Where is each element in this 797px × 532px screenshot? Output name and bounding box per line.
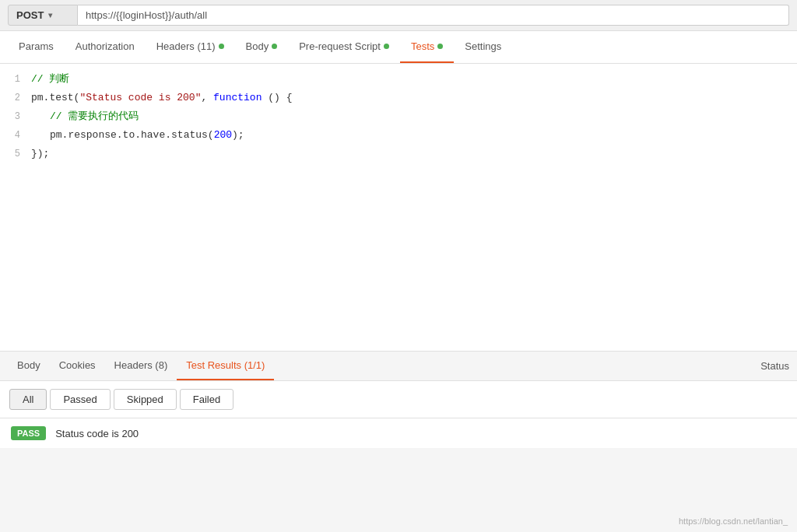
tab-params[interactable]: Params	[8, 31, 65, 63]
bottom-tab-headers-label: Headers (8)	[114, 359, 168, 371]
tests-dot-icon	[437, 44, 443, 49]
bottom-tabs: Body Cookies Headers (8) Test Results (1…	[0, 352, 797, 381]
url-input[interactable]	[78, 5, 789, 26]
filter-failed-button[interactable]: Failed	[180, 389, 233, 410]
filter-row: All Passed Skipped Failed	[0, 381, 797, 418]
code-content: pm.response.to.have.status(200);	[31, 127, 797, 144]
bottom-tab-test-results-label: Test Results (1/1)	[186, 359, 265, 371]
tab-tests[interactable]: Tests	[400, 31, 454, 63]
tab-headers[interactable]: Headers (11)	[146, 31, 235, 63]
footer-watermark: https://blog.csdn.net/lantian_	[679, 516, 788, 526]
tab-tests-label: Tests	[411, 40, 434, 52]
chevron-down-icon: ▾	[48, 11, 52, 19]
line-number: 3	[0, 108, 31, 125]
method-label: POST	[16, 9, 44, 21]
test-result-description: Status code is 200	[55, 428, 139, 439]
code-line: 4 pm.response.to.have.status(200);	[0, 126, 797, 145]
filter-passed-button[interactable]: Passed	[50, 389, 110, 410]
line-number: 1	[0, 71, 31, 88]
body-dot-icon	[272, 44, 277, 49]
top-tabs: Params Authorization Headers (11) Body P…	[0, 31, 797, 64]
tab-body[interactable]: Body	[235, 31, 289, 63]
code-content: // 判断	[31, 71, 797, 88]
filter-skipped-button[interactable]: Skipped	[114, 389, 177, 410]
code-line: 5 });	[0, 145, 797, 163]
bottom-tab-cookies[interactable]: Cookies	[50, 352, 105, 380]
code-line: 1 // 判断	[0, 70, 797, 89]
bottom-tab-body[interactable]: Body	[8, 352, 50, 380]
bottom-tab-headers[interactable]: Headers (8)	[105, 352, 177, 380]
tab-authorization-label: Authorization	[75, 40, 135, 52]
prerequest-dot-icon	[384, 44, 389, 49]
pass-badge: PASS	[11, 426, 46, 440]
tab-body-label: Body	[246, 40, 269, 52]
code-line: 2 pm.test("Status code is 200", function…	[0, 89, 797, 107]
bottom-panel: Body Cookies Headers (8) Test Results (1…	[0, 352, 797, 448]
filter-all-button[interactable]: All	[9, 389, 47, 410]
bottom-tab-body-label: Body	[17, 359, 40, 371]
code-content: });	[31, 145, 797, 163]
bottom-tab-cookies-label: Cookies	[59, 359, 96, 371]
line-number: 5	[0, 145, 31, 163]
url-bar: POST ▾	[0, 0, 797, 31]
method-selector[interactable]: POST ▾	[8, 5, 78, 26]
code-editor[interactable]: 1 // 判断 2 pm.test("Status code is 200", …	[0, 64, 797, 352]
tab-authorization[interactable]: Authorization	[65, 31, 146, 63]
code-line: 3 // 需要执行的代码	[0, 107, 797, 126]
tab-settings-label: Settings	[465, 40, 501, 52]
line-number: 2	[0, 89, 31, 107]
tab-prerequest-label: Pre-request Script	[299, 40, 381, 52]
headers-dot-icon	[219, 44, 224, 49]
code-content: // 需要执行的代码	[31, 108, 797, 125]
test-result-row: PASS Status code is 200	[0, 418, 797, 448]
tab-params-label: Params	[19, 40, 54, 52]
tab-settings[interactable]: Settings	[454, 31, 512, 63]
code-content: pm.test("Status code is 200", function (…	[31, 89, 797, 107]
tab-prerequest[interactable]: Pre-request Script	[288, 31, 400, 63]
bottom-tab-test-results[interactable]: Test Results (1/1)	[177, 352, 274, 380]
tab-headers-label: Headers (11)	[156, 40, 216, 52]
line-number: 4	[0, 127, 31, 144]
status-label: Status	[760, 360, 789, 372]
